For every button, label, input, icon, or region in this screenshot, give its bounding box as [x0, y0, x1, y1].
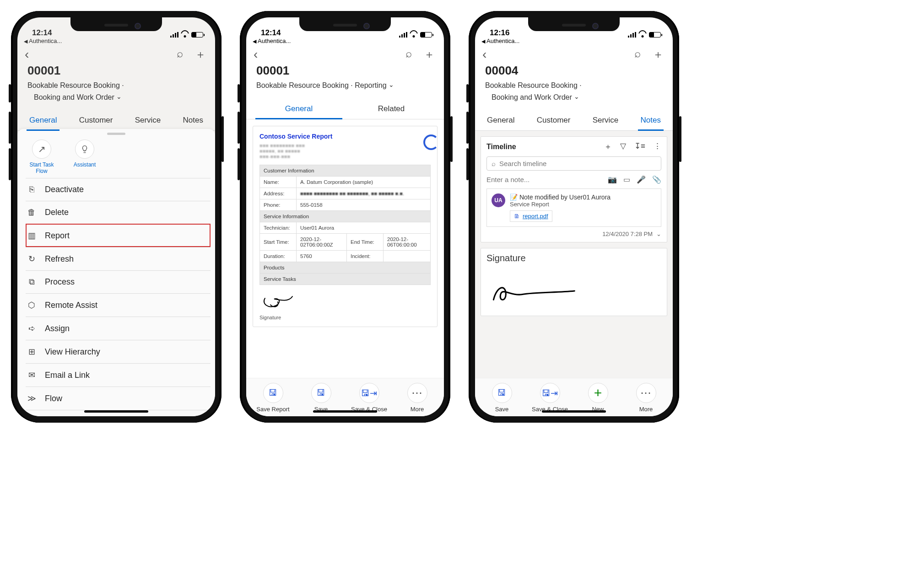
timeline-filter-icon[interactable]: ▽ [620, 141, 626, 152]
start-time: 2020-12-02T06:00:00Z [297, 233, 347, 250]
save-close-button[interactable]: 🖫⇥ Save & Close [530, 383, 570, 413]
service-report-preview: Contoso Service Report ■■■ ■■■■■■■■ ■■■■… [253, 126, 438, 327]
back-button[interactable]: ‹ [254, 47, 258, 62]
add-icon[interactable]: ＋ [653, 47, 664, 62]
timeline-search-input[interactable]: ⌕ Search timeline [486, 156, 661, 171]
customer-phone: 555-0158 [297, 199, 431, 210]
tab-related[interactable]: Related [345, 100, 438, 119]
back-to-app[interactable]: Authentica... [475, 38, 673, 45]
back-to-app[interactable]: Authentica... [246, 38, 444, 45]
menu-deactivate[interactable]: ⎘Deactivate [26, 178, 211, 201]
back-to-app[interactable]: Authentica... [17, 38, 215, 45]
tab-general[interactable]: General [253, 100, 345, 119]
menu-remote-assist[interactable]: ⬡Remote Assist [26, 293, 211, 317]
search-icon[interactable]: ⌕ [634, 47, 641, 62]
expand-icon[interactable]: ⌄ [656, 231, 661, 237]
battery-icon [191, 32, 203, 38]
attachment-link[interactable]: report.pdf [523, 213, 548, 220]
sheet-drag-handle[interactable] [107, 133, 125, 135]
more-button[interactable]: ⋯ More [626, 383, 666, 413]
more-button[interactable]: ⋯ More [397, 383, 438, 413]
quick-action-label: Assistant [69, 161, 101, 168]
cellular-icon [628, 32, 636, 38]
menu-refresh[interactable]: ↻Refresh [26, 247, 211, 270]
save-icon: 🖫 [311, 383, 331, 403]
lightbulb-icon [75, 140, 94, 159]
save-button[interactable]: 🖫 Save [301, 383, 341, 413]
record-subtitle[interactable]: Bookable Resource Booking Booking and Wo… [17, 80, 215, 103]
note-subtitle: Service Report [510, 201, 656, 208]
magnifier-icon: ⌕ [492, 160, 496, 167]
save-close-button[interactable]: 🖫⇥ Save & Close [349, 383, 389, 413]
save-report-button[interactable]: 🖫 Save Report [253, 383, 293, 413]
end-time: 2020-12-06T06:00:00 [384, 233, 431, 250]
start-task-flow-button[interactable]: ↗ Start Task Flow [26, 140, 58, 174]
technician: User01 Aurora [297, 222, 431, 233]
status-icons [170, 32, 203, 38]
task-flow-icon: ↗ [32, 140, 51, 159]
record-title: 00001 [246, 62, 444, 80]
menu-delete[interactable]: 🗑Delete [26, 201, 211, 224]
tab-service[interactable]: Service [587, 111, 624, 130]
section-service-tasks: Service Tasks [260, 273, 431, 285]
quick-action-label: Start Task Flow [26, 161, 58, 174]
signature-glyph [486, 273, 578, 309]
enter-note-input[interactable]: Enter a note... [486, 176, 530, 183]
tab-customer[interactable]: Customer [74, 111, 119, 130]
home-indicator[interactable] [542, 410, 606, 413]
tab-notes[interactable]: Notes [635, 111, 666, 130]
flow-icon: ≫ [27, 393, 37, 403]
menu-email-link[interactable]: ✉Email a Link [26, 363, 211, 387]
clock: 12:16 [490, 28, 509, 38]
battery-icon [420, 32, 432, 38]
video-icon[interactable]: ▭ [623, 175, 630, 184]
menu-report[interactable]: ▥Report [26, 224, 211, 247]
save-button[interactable]: 🖫 Save [482, 383, 522, 413]
menu-view-hierarchy[interactable]: ⊞View Hierarchy [26, 340, 211, 363]
tab-general[interactable]: General [24, 111, 62, 130]
search-icon[interactable]: ⌕ [177, 47, 183, 62]
note-attachment[interactable]: 🗎 report.pdf [510, 210, 552, 222]
camera-icon[interactable]: 📷 [608, 175, 617, 184]
menu-flow[interactable]: ≫Flow [26, 387, 211, 410]
signature-panel: Signature [481, 248, 667, 316]
report-title: Contoso Service Report [259, 133, 431, 140]
wifi-icon [181, 32, 189, 38]
timeline-sort-icon[interactable]: ↧≡ [634, 141, 645, 152]
search-icon[interactable]: ⌕ [405, 47, 412, 62]
process-icon: ⧉ [27, 277, 37, 287]
add-icon[interactable]: ＋ [195, 47, 206, 62]
record-subtitle[interactable]: Bookable Resource Booking Reporting [246, 80, 444, 91]
menu-assign[interactable]: ➪Assign [26, 317, 211, 340]
tab-customer[interactable]: Customer [531, 111, 576, 130]
refresh-icon: ↻ [27, 254, 37, 264]
customer-name: A. Datum Corporation (sample) [297, 176, 431, 188]
battery-icon [649, 32, 661, 38]
menu-process[interactable]: ⧉Process [26, 270, 211, 293]
new-button[interactable]: + New [578, 383, 618, 413]
email-icon: ✉ [27, 370, 37, 380]
timeline-add-icon[interactable]: ＋ [604, 141, 612, 152]
attach-icon[interactable]: 📎 [652, 175, 661, 184]
save-icon: 🖫 [263, 383, 283, 403]
tab-notes[interactable]: Notes [178, 111, 209, 130]
trash-icon: 🗑 [27, 208, 37, 217]
timeline-note[interactable]: UA 📝 Note modified by User01 Aurora Serv… [486, 188, 661, 227]
cellular-icon [170, 32, 178, 38]
assistant-button[interactable]: Assistant [69, 140, 101, 174]
phone-mockup-3: 12:16 Authentica... ‹ ⌕ ＋ 00004 Bookable… [469, 11, 679, 423]
timeline-overflow-icon[interactable]: ⋮ [654, 141, 661, 152]
timeline-panel: Timeline ＋ ▽ ↧≡ ⋮ ⌕ Search timeline Ente… [481, 136, 667, 242]
mic-icon[interactable]: 🎤 [637, 175, 646, 184]
tab-service[interactable]: Service [130, 111, 167, 130]
tab-bar: General Customer Service Notes [17, 111, 215, 131]
add-icon[interactable]: ＋ [424, 47, 435, 62]
back-button[interactable]: ‹ [25, 47, 29, 62]
record-subtitle[interactable]: Bookable Resource Booking Booking and Wo… [475, 80, 673, 103]
home-indicator[interactable] [84, 410, 148, 413]
home-indicator[interactable] [313, 410, 377, 413]
tab-general[interactable]: General [481, 111, 520, 130]
clock: 12:14 [32, 28, 52, 38]
back-button[interactable]: ‹ [482, 47, 486, 62]
tab-bar: General Customer Service Notes [475, 111, 673, 131]
